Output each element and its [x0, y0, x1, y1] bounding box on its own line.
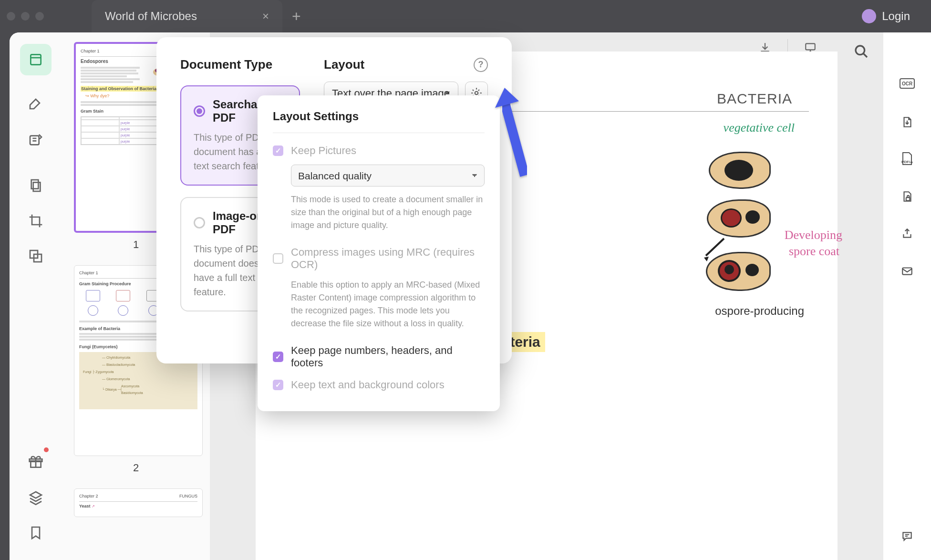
compress-mrc-option[interactable]: Compress images using MRC (requires OCR) [273, 246, 485, 271]
svg-point-8 [856, 46, 865, 55]
right-sidebar: OCR PDF/A [883, 32, 931, 560]
svg-rect-3 [33, 182, 41, 191]
close-tab-icon[interactable]: × [262, 10, 269, 23]
picture-quality-select[interactable]: Balanced quality [291, 165, 485, 187]
keep-colors-option[interactable]: Keep text and background colors [273, 379, 485, 391]
svg-rect-0 [31, 54, 41, 64]
close-window[interactable] [7, 12, 15, 21]
login-label: Login [882, 10, 910, 23]
read-mode-tool[interactable] [20, 44, 52, 75]
thumbnail-2-number: 2 [74, 462, 198, 474]
help-icon[interactable]: ? [474, 58, 488, 72]
pages-tool[interactable] [20, 170, 52, 201]
page-section-title: BACTERIA [717, 91, 792, 107]
svg-rect-12 [906, 197, 910, 201]
radio-unchecked-icon [194, 217, 205, 228]
checkbox-checked-icon [273, 380, 283, 390]
tab-title: World of Microbes [105, 10, 253, 23]
left-sidebar [10, 32, 62, 560]
protect-tool[interactable] [898, 187, 917, 206]
svg-rect-13 [902, 268, 912, 275]
doc-type-heading: Document Type [180, 57, 300, 72]
gift-tool[interactable] [20, 446, 52, 478]
document-tab[interactable]: World of Microbes × [92, 0, 282, 32]
checkbox-checked-icon [273, 352, 283, 362]
checkbox-unchecked-icon [273, 253, 283, 264]
radio-checked-icon [194, 105, 205, 117]
svg-text:OCR: OCR [902, 81, 913, 86]
layers-tool[interactable] [20, 482, 52, 513]
svg-rect-7 [806, 43, 815, 50]
search-button[interactable] [854, 44, 869, 61]
maximize-window[interactable] [35, 12, 44, 21]
compare-tool[interactable] [20, 240, 52, 272]
ocr-tool[interactable]: OCR [898, 75, 917, 94]
tabs-area: World of Microbes × + [92, 0, 301, 32]
body-text-fragment: ospore-producing [715, 304, 804, 318]
layout-heading: Layout [324, 57, 364, 72]
titlebar: World of Microbes × + Login [0, 0, 931, 32]
keep-headers-option[interactable]: Keep page numbers, headers, and footers [273, 344, 485, 369]
keep-colors-label: Keep text and background colors [291, 379, 445, 391]
compress-mrc-label: Compress images using MRC (requires OCR) [291, 246, 485, 271]
share-tool[interactable] [898, 224, 917, 243]
keep-pictures-option[interactable]: Keep Pictures [273, 145, 485, 157]
add-tab-button[interactable]: + [292, 8, 301, 25]
comment-tool[interactable] [898, 527, 917, 546]
window-controls [7, 12, 44, 21]
text-edit-tool[interactable] [20, 124, 52, 156]
annotation-vegetative: vegetative cell [724, 121, 795, 135]
layout-settings-popover: Layout Settings Keep Pictures Balanced q… [258, 95, 500, 411]
bookmark-tool[interactable] [20, 517, 52, 549]
annotation-developing: Developing [785, 228, 842, 242]
checkbox-checked-icon [273, 145, 283, 156]
minimize-window[interactable] [21, 12, 30, 21]
thumbnail-3[interactable]: Chapter 2FUNGUS Yeast ↗ [74, 488, 198, 517]
notification-badge [44, 447, 49, 452]
convert-tool[interactable] [898, 113, 917, 132]
mrc-desc: Enable this option to apply an MRC-based… [291, 279, 485, 330]
keep-pictures-label: Keep Pictures [291, 145, 356, 157]
keep-headers-label: Keep page numbers, headers, and footers [291, 344, 485, 369]
login-button[interactable]: Login [862, 9, 910, 23]
crop-tool[interactable] [20, 205, 52, 237]
svg-rect-2 [31, 180, 39, 189]
mail-tool[interactable] [898, 261, 917, 280]
pdfa-tool[interactable]: PDF/A [898, 150, 917, 169]
popover-title: Layout Settings [273, 110, 485, 123]
annotation-spore-coat: spore coat [789, 244, 839, 259]
highlighter-tool[interactable] [20, 89, 52, 121]
quality-desc: This mode is used to create a document s… [291, 193, 485, 232]
svg-point-14 [475, 92, 478, 95]
svg-text:PDF/A: PDF/A [901, 160, 913, 164]
avatar-icon [862, 9, 876, 23]
